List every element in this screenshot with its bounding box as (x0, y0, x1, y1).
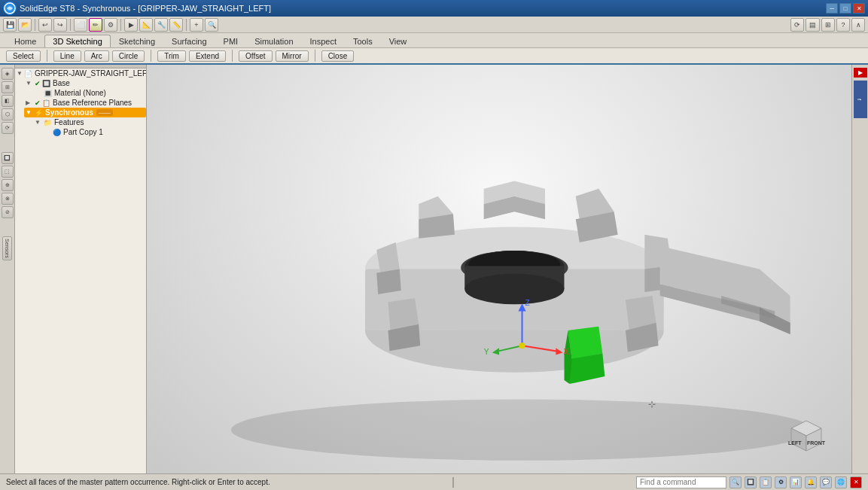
run-button[interactable]: ▶ (124, 18, 138, 32)
status-icon-8[interactable]: ✕ (850, 476, 862, 488)
ribbon-btn-4[interactable]: Circle (112, 50, 145, 62)
status-icon-4[interactable]: 📊 (790, 476, 802, 488)
save-button[interactable]: 💾 (3, 18, 17, 32)
checkbox-ref[interactable]: ✔ (35, 99, 41, 107)
title-bar-controls[interactable]: ─ □ ✕ (826, 3, 865, 14)
tree-toggle-sync[interactable]: ▼ (26, 109, 33, 116)
status-icon-7[interactable]: 🌐 (835, 476, 847, 488)
ribbon-sep-4 (315, 50, 315, 62)
ribbon-btn-7[interactable]: Offset (239, 50, 273, 62)
tab-inspect[interactable]: Inspect (302, 35, 345, 47)
left-icon-2[interactable]: ⊞ (2, 81, 14, 93)
dimension-button[interactable]: 📏 (169, 18, 183, 32)
status-icon-5[interactable]: 🔔 (805, 476, 817, 488)
tab-sketching[interactable]: Sketching (111, 35, 163, 47)
sketch-tool[interactable]: ✏ (89, 18, 102, 32)
tree-label-root: GRIPPER-JAW_STRAIGHT_LEFT (35, 69, 147, 78)
tree-icon-features: 📁 (44, 119, 52, 126)
tree-label-part-copy: Part Copy 1 (63, 128, 103, 136)
toolbar-separator-4 (186, 19, 187, 31)
tree-item-features[interactable]: ▼ 📁 Features (33, 117, 146, 127)
help-button[interactable]: ? (836, 18, 850, 32)
close-button[interactable]: ✕ (853, 3, 865, 14)
tab-3d-sketching[interactable]: 3D Sketching (44, 35, 110, 47)
checkbox-base[interactable]: ✔ (35, 80, 41, 87)
restore-button[interactable]: □ (839, 3, 851, 14)
tree-toggle-root[interactable]: ▼ (17, 70, 23, 77)
ordered-toggle[interactable]: ▤ (806, 18, 820, 32)
ribbon-btn-5[interactable]: Trim (157, 50, 186, 62)
status-icon-3[interactable]: ⚙ (775, 476, 787, 488)
status-icon-6[interactable]: 💬 (820, 476, 832, 488)
sensors-tab-icon[interactable]: Sensors (2, 236, 12, 260)
left-icon-5[interactable]: ⟳ (2, 122, 14, 134)
status-icon-1[interactable]: 🔲 (745, 476, 757, 488)
tab-view[interactable]: View (381, 35, 416, 47)
tree-toggle-base[interactable]: ▼ (26, 80, 33, 87)
tab-pmi[interactable]: PMI (215, 35, 247, 47)
left-icon-10[interactable]: ⊘ (2, 206, 14, 218)
y-axis-label: Y (484, 348, 489, 356)
left-icon-4[interactable]: ⬡ (2, 108, 14, 120)
tree-item-ref-planes[interactable]: ▶ ✔ 📋 Base Reference Planes (24, 98, 146, 108)
measure-button[interactable]: 📐 (139, 18, 153, 32)
tree-toggle-ref-planes[interactable]: ▶ (26, 99, 33, 106)
navicube[interactable]: LEFT FRONT (784, 413, 829, 458)
tab-home[interactable]: Home (6, 35, 44, 47)
status-icon-2[interactable]: 📋 (760, 476, 772, 488)
ribbon-toolbar: Select Line Arc Circle Trim Extend Offse… (0, 48, 868, 65)
tree-item-material[interactable]: 🔳 Material (None) (33, 88, 146, 98)
undo-button[interactable]: ↩ (38, 18, 52, 32)
ribbon-btn-8[interactable]: Mirror (276, 50, 309, 62)
tree-toggle-features[interactable]: ▼ (35, 119, 42, 126)
tree-item-base[interactable]: ▼ ✔ 🔲 Base (24, 78, 146, 88)
add-button[interactable]: + (190, 18, 203, 32)
left-icon-7[interactable]: ⬚ (2, 166, 14, 178)
ribbon-sep-1 (47, 50, 47, 62)
ribbon-btn-3[interactable]: Arc (84, 50, 109, 62)
tooth-l-side (376, 269, 401, 295)
tree-label-sync: Synchronous (45, 108, 93, 117)
3d-scene-svg: Z X Y ⊹ (147, 65, 851, 473)
main-layout: ◈ ⊞ ◧ ⬡ ⟳ 🔲 ⬚ ⊕ ⊗ ⊘ Sensors ▼ 📄 GRIPPER-… (0, 65, 868, 473)
ribbon-btn-2[interactable]: Line (53, 50, 81, 62)
tree-icon-base: 🔲 (42, 80, 50, 87)
zoom-button[interactable]: 🔍 (205, 18, 218, 32)
tree-label-features: Features (54, 118, 84, 126)
redo-button[interactable]: ↪ (53, 18, 67, 32)
left-icon-3[interactable]: ◧ (2, 95, 14, 107)
tree-item-synchronous[interactable]: ▼ ⚡ Synchronous —— (24, 108, 146, 117)
tree-icon-part-copy: 🔵 (53, 129, 61, 136)
youtube-icon[interactable]: ▶ (854, 68, 867, 78)
tab-simulation[interactable]: Simulation (246, 35, 301, 47)
ribbon-btn-1[interactable]: Select (6, 50, 41, 62)
facebook-panel[interactable]: f (854, 81, 867, 118)
tree-item-part-copy[interactable]: 🔵 Part Copy 1 (42, 127, 146, 137)
minimize-button[interactable]: ─ (826, 3, 838, 14)
left-icon-9[interactable]: ⊗ (2, 193, 14, 205)
tab-tools[interactable]: Tools (345, 35, 381, 47)
3d-viewport[interactable]: Z X Y ⊹ LEFT FRONT (147, 65, 851, 473)
tools-button[interactable]: 🔧 (154, 18, 168, 32)
navicube-svg[interactable]: LEFT FRONT (784, 413, 829, 458)
settings-button[interactable]: ⚙ (104, 18, 117, 32)
sync-toggle[interactable]: ⟳ (790, 18, 804, 32)
open-button[interactable]: 📂 (18, 18, 32, 32)
z-axis-label: Z (525, 299, 530, 307)
menu-tabs: Home 3D Sketching Sketching Surfacing PM… (0, 33, 868, 48)
window-title: SolidEdge ST8 - Synchronous - [GRIPPER-J… (20, 4, 271, 13)
left-icon-6[interactable]: 🔲 (2, 152, 14, 164)
find-command-input[interactable] (636, 476, 726, 488)
left-icon-8[interactable]: ⊕ (2, 179, 14, 191)
ribbon-btn-close[interactable]: Close (321, 50, 355, 62)
tab-surfacing[interactable]: Surfacing (163, 35, 215, 47)
display-toggle[interactable]: ⊞ (821, 18, 835, 32)
status-right-area: 🔍 🔲 📋 ⚙ 📊 🔔 💬 🌐 ✕ (636, 476, 862, 488)
left-icon-1[interactable]: ◈ (2, 68, 14, 80)
tree-item-root[interactable]: ▼ 📄 GRIPPER-JAW_STRAIGHT_LEFT (15, 68, 146, 78)
search-icon[interactable]: 🔍 (729, 476, 742, 488)
toolbar-separator-1 (35, 19, 35, 31)
select-tool[interactable]: ⬜ (74, 18, 87, 32)
minimize-ribbon[interactable]: ∧ (851, 18, 865, 32)
ribbon-btn-6[interactable]: Extend (189, 50, 226, 62)
